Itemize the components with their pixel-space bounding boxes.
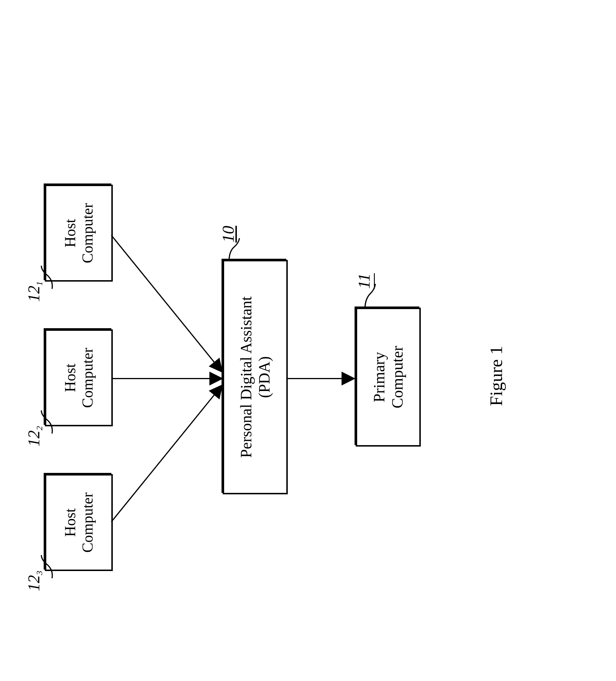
svg-line-0 <box>111 235 222 372</box>
svg-line-2 <box>111 385 222 522</box>
figure-label: Figure 1 <box>486 346 506 406</box>
connectors-icon <box>0 0 616 681</box>
